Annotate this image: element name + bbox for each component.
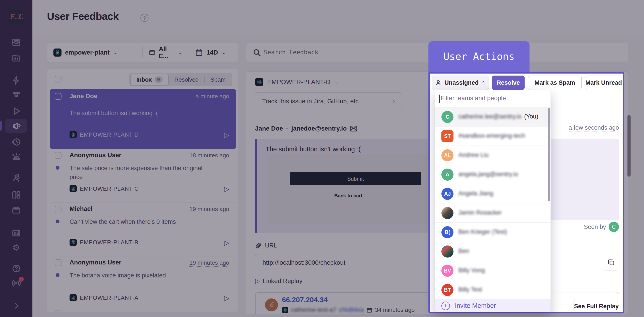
avatar: B( bbox=[442, 226, 454, 238]
assignee-option[interactable]: C catherine.lee@sentry.io (You) bbox=[435, 107, 550, 126]
assignee-option[interactable]: A angela.jang@sentry.io bbox=[435, 165, 550, 184]
plus-circle-icon: + bbox=[442, 302, 450, 310]
copy-url-button[interactable] bbox=[603, 254, 620, 270]
assignee-dropdown-button[interactable]: Unassigned ⌄ bbox=[432, 76, 489, 90]
avatar: A bbox=[442, 168, 454, 181]
avatar: AJ bbox=[442, 188, 454, 200]
message-background-fragment bbox=[551, 139, 619, 220]
text-cursor bbox=[439, 94, 440, 102]
seen-by-avatar: C bbox=[609, 222, 619, 232]
resolve-button[interactable]: Resolve bbox=[492, 76, 524, 90]
dropdown-scrollbar[interactable] bbox=[548, 108, 550, 202]
assignee-dropdown: Filter teams and people C catherine.lee@… bbox=[435, 90, 551, 312]
filter-people-input[interactable]: Filter teams and people bbox=[435, 90, 550, 107]
invite-member-button[interactable]: + Invite Member bbox=[435, 299, 550, 312]
assignee-option[interactable]: BT Billy Test bbox=[435, 280, 550, 300]
avatar: BV bbox=[442, 265, 454, 277]
avatar bbox=[442, 207, 454, 219]
assignee-option[interactable]: B( Ben Krieger (Test) bbox=[435, 223, 550, 242]
avatar: ST bbox=[442, 130, 454, 142]
filter-placeholder: Filter teams and people bbox=[440, 94, 506, 102]
popup-title: User Actions bbox=[428, 41, 530, 73]
copy-icon bbox=[608, 259, 615, 266]
assignee-option[interactable]: AJ Angela Jiang bbox=[435, 184, 550, 204]
assignee-option[interactable]: Ben bbox=[435, 242, 550, 261]
assignee-option[interactable]: BV Billy Vong bbox=[435, 261, 550, 280]
assignee-option[interactable]: AL Andrew Liu bbox=[435, 146, 550, 165]
chevron-up-icon: ⌄ bbox=[481, 80, 486, 85]
avatar: C bbox=[442, 111, 454, 123]
person-icon bbox=[435, 79, 442, 86]
seen-by-label: Seen by bbox=[550, 224, 606, 230]
feedback-timestamp[interactable]: a few seconds ago bbox=[550, 124, 619, 131]
assignee-option[interactable]: ST #sandbox-emerging-tech bbox=[435, 126, 550, 146]
assignee-option[interactable]: Jamin Rosacker bbox=[435, 204, 550, 223]
avatar: AL bbox=[442, 149, 454, 162]
avatar: BT bbox=[442, 284, 454, 296]
mark-unread-button[interactable]: Mark Unread bbox=[585, 76, 622, 90]
mark-as-spam-button[interactable]: Mark as Spam bbox=[528, 76, 582, 90]
see-full-replay-button[interactable]: See Full Replay bbox=[574, 300, 619, 312]
avatar bbox=[442, 246, 454, 258]
